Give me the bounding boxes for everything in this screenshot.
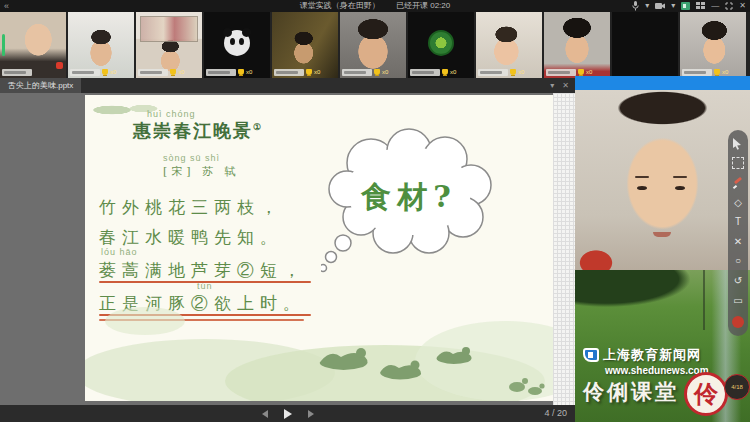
participant-name-pill [206, 69, 236, 76]
score-badge: x0 [110, 69, 116, 75]
video-column: 上海教育新闻网 www.shedunews.com 伶俐课堂 伶 4/18 [575, 76, 750, 422]
poem-title: 惠崇春江晚景① [133, 119, 263, 143]
speaking-indicator [2, 34, 5, 56]
score-badge: x0 [314, 69, 320, 75]
annotation-toolbar: ◇ T ✕ ○ ↺ ▭ [728, 130, 748, 336]
participant-tile-teacher[interactable] [0, 12, 66, 78]
face-detail [635, 176, 649, 178]
grid-view-icon[interactable] [696, 2, 705, 10]
select-tool-icon[interactable] [732, 157, 744, 169]
class-status-timer: 已经开课 02:20 [396, 1, 450, 10]
maximize-icon[interactable] [725, 1, 733, 11]
featured-student-video[interactable] [575, 90, 750, 270]
participant-tile[interactable]: x0 [272, 12, 338, 78]
participant-name-pill [274, 69, 304, 76]
score-badge: x0 [178, 69, 184, 75]
camera-icon[interactable] [655, 1, 665, 11]
participant-tile[interactable]: x0 [136, 12, 202, 78]
score-badge: x0 [382, 69, 388, 75]
trophy-icon [714, 69, 720, 75]
participant-strip: x0 x0 x0 x0 x0 x [0, 12, 750, 78]
face-detail [653, 232, 671, 237]
previous-slide-button[interactable] [262, 410, 268, 418]
participant-name-pill [342, 69, 372, 76]
ellipse-tool-icon[interactable]: ○ [732, 255, 744, 267]
slide-canvas: huì chóng 惠崇春江晚景① sòng sū shì [宋] 苏 轼 竹外… [0, 93, 575, 405]
record-indicator-icon[interactable] [732, 316, 744, 328]
field-video[interactable]: 上海教育新闻网 www.shedunews.com 伶俐课堂 伶 4/18 [575, 270, 750, 422]
minimize-button[interactable]: — [711, 1, 719, 11]
trophy-icon [170, 69, 176, 75]
ppt-file-tab[interactable]: 舌尖上的美味.pptx [0, 78, 81, 93]
face-detail [675, 186, 685, 190]
trophy-icon [238, 69, 244, 75]
undo-tool-icon[interactable]: ↺ [732, 275, 744, 287]
eraser-tool-icon[interactable]: ✕ [732, 236, 744, 248]
duck-painting [85, 281, 553, 401]
poem-title-pinyin: huì chóng [147, 109, 263, 119]
face-detail [637, 186, 647, 190]
news-site-name: 上海教育新闻网 [603, 346, 701, 364]
microphone-caret-icon[interactable]: ▾ [645, 1, 649, 11]
trophy-icon [442, 69, 448, 75]
participant-name-pill [478, 69, 508, 76]
participant-name-pill [546, 69, 576, 76]
close-window-button[interactable]: ✕ [739, 1, 746, 11]
ppt-toolbar: 4 / 20 [0, 405, 575, 422]
slide: huì chóng 惠崇春江晚景① sòng sū shì [宋] 苏 轼 竹外… [85, 95, 553, 401]
poem-line-2: 春江水暖鸭先知。 [99, 226, 283, 249]
panda-avatar [224, 30, 250, 56]
next-slide-button[interactable] [308, 410, 314, 418]
document-tab-bar: 舌尖上的美味.pptx ▾ ✕ [0, 78, 575, 93]
text-tool-icon[interactable]: T [732, 216, 744, 228]
tabbar-collapse-icon[interactable]: ▾ [550, 81, 554, 90]
trophy-icon [306, 69, 312, 75]
participant-tile[interactable]: x0 [476, 12, 542, 78]
page-tool-icon[interactable]: ▭ [732, 295, 744, 307]
pole-detail [703, 270, 705, 330]
news-site-logo [583, 348, 599, 362]
score-badge: x0 [450, 69, 456, 75]
layout-view-icon[interactable] [681, 2, 690, 10]
poem-line-3: 蒌蒿满地芦芽②短， [99, 259, 306, 282]
mic-muted-icon [56, 62, 63, 69]
news-site-url: www.shedunews.com [605, 365, 709, 376]
camera-caret-icon[interactable]: ▾ [671, 1, 675, 11]
participant-name-pill [2, 69, 32, 76]
title-bar: « 课堂实践（身在田野） 已经开课 02:20 ▾ ▾ — ✕ [0, 0, 750, 12]
participant-name-pill [682, 69, 712, 76]
online-classroom-window: « 课堂实践（身在田野） 已经开课 02:20 ▾ ▾ — ✕ [0, 0, 750, 422]
participant-tile-camera-off[interactable]: x0 [408, 12, 474, 78]
tabbar-close-icon[interactable]: ✕ [562, 81, 569, 90]
face-detail [673, 176, 687, 178]
participant-tile-camera-off[interactable] [612, 12, 678, 78]
green-avatar [428, 30, 454, 56]
pen-tool-icon[interactable] [732, 177, 744, 189]
trophy-icon [102, 69, 108, 75]
score-badge: x0 [518, 69, 524, 75]
poem-line-3-pinyin: lóu hāo [101, 247, 138, 257]
program-seal-logo: 伶 [684, 372, 728, 416]
poem-line-1: 竹外桃花三两枝， [99, 196, 283, 219]
thought-bubble: 食材? [321, 125, 497, 273]
microphone-icon[interactable] [632, 1, 639, 11]
participant-tile[interactable]: x0 [680, 12, 746, 78]
participant-name-pill [138, 69, 168, 76]
pointer-tool-icon[interactable] [732, 138, 744, 150]
title-annotation-mark: ① [253, 122, 263, 132]
participant-tile-camera-off[interactable]: x0 [204, 12, 270, 78]
trophy-icon [578, 69, 584, 75]
play-button[interactable] [284, 409, 292, 419]
participant-name-pill [410, 69, 440, 76]
participant-tile[interactable]: x0 [544, 12, 610, 78]
participant-tile[interactable]: x0 [340, 12, 406, 78]
class-title: 课堂实践（身在田野） [300, 1, 380, 10]
participant-name-pill [70, 69, 100, 76]
active-video-header [575, 76, 750, 90]
trophy-icon [374, 69, 380, 75]
bubble-text: 食材? [321, 177, 497, 218]
shape-tool-icon[interactable]: ◇ [732, 197, 744, 209]
poem-author: [宋] 苏 轼 [163, 164, 240, 179]
participant-tile[interactable]: x0 [68, 12, 134, 78]
grid-margin-strip [553, 93, 575, 405]
